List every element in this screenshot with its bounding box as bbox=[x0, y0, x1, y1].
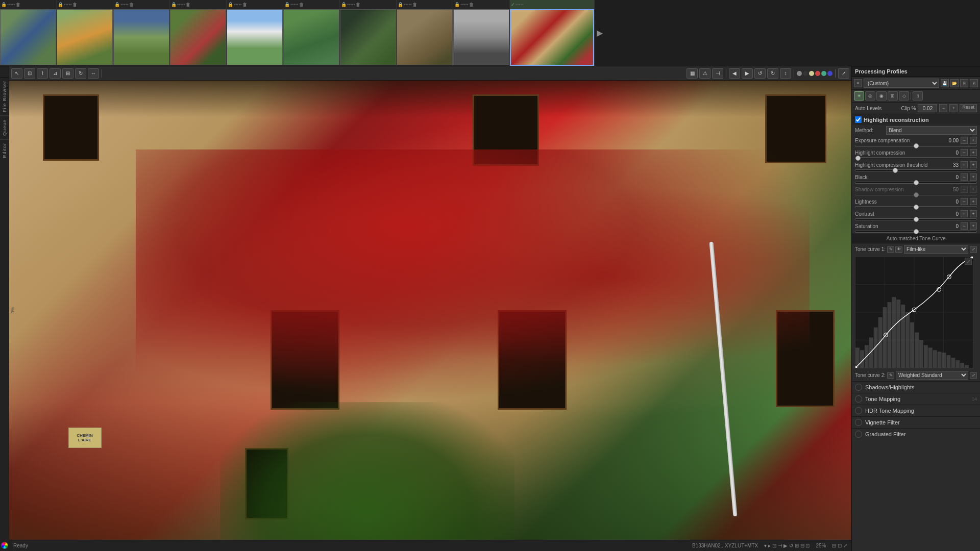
thumb-lock-icon[interactable]: 🔒 bbox=[1, 2, 7, 7]
raw-tool-icon[interactable]: ◇ bbox=[899, 91, 909, 101]
editor-label[interactable]: Editor bbox=[1, 140, 8, 161]
thumb-lock-icon-6[interactable]: 🔒 bbox=[284, 2, 290, 7]
queue-label[interactable]: Queue bbox=[1, 116, 8, 139]
color-tool-icon[interactable]: ◉ bbox=[876, 91, 887, 101]
thumbnail-6[interactable] bbox=[283, 9, 339, 65]
export-btn[interactable]: ↗ bbox=[838, 68, 849, 79]
rotate-ccw-btn[interactable]: ↺ bbox=[754, 68, 766, 79]
transform2-tool-icon[interactable]: ⊞ bbox=[888, 91, 898, 101]
saturation-thumb[interactable] bbox=[914, 229, 919, 234]
thumb-delete-icon-2[interactable]: 🗑 bbox=[72, 2, 77, 7]
highlight-comp-track[interactable] bbox=[855, 157, 977, 159]
thumb-lock-icon-4[interactable]: 🔒 bbox=[171, 2, 177, 7]
profile-select[interactable]: (Custom) bbox=[864, 79, 939, 88]
thumbnail-2[interactable] bbox=[57, 9, 113, 65]
exposure-decrement-btn[interactable]: − bbox=[961, 137, 968, 144]
shadow-comp-increment-btn[interactable]: + bbox=[970, 186, 977, 193]
thumb-delete-icon-9[interactable]: 🗑 bbox=[469, 2, 474, 7]
black-track[interactable] bbox=[855, 182, 977, 184]
thumb-delete-icon-4[interactable]: 🗑 bbox=[186, 2, 190, 7]
curve2-pencil-icon[interactable]: ✎ bbox=[887, 372, 894, 379]
color-icon[interactable] bbox=[0, 540, 10, 551]
strip-scroll-right[interactable]: ▶ bbox=[595, 0, 605, 66]
thumb-lock-icon-3[interactable]: 🔒 bbox=[114, 2, 120, 7]
contrast-track[interactable] bbox=[855, 218, 977, 220]
curve1-expand-icon[interactable]: ⤢ bbox=[970, 246, 977, 253]
contrast-decrement-btn[interactable]: − bbox=[961, 210, 968, 217]
thumb-delete-icon-8[interactable]: 🗑 bbox=[412, 2, 417, 7]
flip-tool-btn[interactable]: ↔ bbox=[88, 68, 99, 79]
nav-next-btn[interactable]: ▶ bbox=[742, 68, 753, 79]
clip-increment-btn[interactable]: + bbox=[949, 104, 958, 112]
thumb-lock-icon-8[interactable]: 🔒 bbox=[398, 2, 403, 7]
tone-mapping-item[interactable]: Tone Mapping 14 bbox=[852, 393, 980, 405]
thumb-delete-icon-3[interactable]: 🗑 bbox=[129, 2, 134, 7]
thumbnail-4[interactable] bbox=[170, 9, 226, 65]
thumb-delete-icon-6[interactable]: 🗑 bbox=[299, 2, 304, 7]
saturation-decrement-btn[interactable]: − bbox=[961, 222, 968, 230]
saturation-track[interactable] bbox=[855, 231, 977, 233]
vignette-filter-item[interactable]: Vignette Filter bbox=[852, 416, 980, 428]
lightness-thumb[interactable] bbox=[914, 205, 919, 210]
thumb-delete-icon-7[interactable]: 🗑 bbox=[356, 2, 360, 7]
before-after-btn[interactable]: ⊣ bbox=[712, 68, 723, 79]
curve2-select[interactable]: Weighted Standard bbox=[896, 371, 968, 380]
thumbnail-7[interactable] bbox=[340, 9, 396, 65]
thumb-check-icon[interactable]: ✓ bbox=[511, 2, 515, 7]
thumbnail-3[interactable] bbox=[113, 9, 169, 65]
reset-btn[interactable]: Reset bbox=[960, 104, 977, 112]
crop-tool-btn[interactable]: ⊡ bbox=[24, 68, 35, 79]
contrast-thumb[interactable] bbox=[914, 217, 919, 222]
exposure-tool-icon[interactable]: ☀ bbox=[854, 91, 864, 101]
black-increment-btn[interactable]: + bbox=[970, 173, 977, 181]
lightness-increment-btn[interactable]: + bbox=[970, 198, 977, 205]
highlight-reconstruction-checkbox[interactable] bbox=[855, 116, 862, 123]
highlight-thresh-decrement-btn[interactable]: − bbox=[961, 161, 968, 168]
file-browser-label[interactable]: File Browser bbox=[1, 78, 8, 115]
highlight-comp-increment-btn[interactable]: + bbox=[970, 149, 977, 156]
metadata-tool-icon[interactable]: ℹ bbox=[913, 91, 923, 101]
profile-list-icon[interactable]: ≡ bbox=[854, 79, 862, 87]
shadows-highlights-item[interactable]: Shadows/Highlights bbox=[852, 381, 980, 393]
lightness-track[interactable] bbox=[855, 206, 977, 208]
highlight-comp-decrement-btn[interactable]: − bbox=[961, 149, 968, 156]
shadow-comp-track[interactable] bbox=[855, 194, 977, 196]
graduated-filter-item[interactable]: Graduated Filter bbox=[852, 428, 980, 440]
shadow-comp-thumb[interactable] bbox=[914, 192, 919, 197]
profile-save-btn[interactable]: 💾 bbox=[941, 79, 949, 87]
profile-copy-btn[interactable]: ⎘ bbox=[960, 79, 968, 87]
clip-decrement-btn[interactable]: − bbox=[939, 104, 947, 112]
nav-prev-btn[interactable]: ◀ bbox=[729, 68, 740, 79]
indicators-btn[interactable]: ⚠ bbox=[699, 68, 710, 79]
highlight-thresh-track[interactable] bbox=[855, 169, 977, 171]
highlight-thresh-increment-btn[interactable]: + bbox=[970, 161, 977, 168]
flip-h-btn[interactable]: ↕ bbox=[780, 68, 791, 79]
thumbnail-1[interactable] bbox=[0, 9, 56, 65]
highlight-comp-thumb[interactable] bbox=[855, 156, 861, 161]
thumb-lock-icon-7[interactable]: 🔒 bbox=[341, 2, 347, 7]
rotate-cw-btn[interactable]: ↻ bbox=[767, 68, 778, 79]
exposure-slider-thumb[interactable] bbox=[914, 143, 919, 148]
saturation-increment-btn[interactable]: + bbox=[970, 222, 977, 230]
curve1-select[interactable]: Film-like bbox=[904, 245, 968, 254]
profile-paste-btn[interactable]: ⎗ bbox=[970, 79, 978, 87]
method-select[interactable]: Blend bbox=[886, 126, 977, 135]
select-tool-btn[interactable]: ⊞ bbox=[62, 68, 74, 79]
thumb-delete-icon[interactable]: 🗑 bbox=[16, 2, 20, 7]
contrast-increment-btn[interactable]: + bbox=[970, 210, 977, 217]
black-decrement-btn[interactable]: − bbox=[961, 173, 968, 181]
curve-expand-btn[interactable]: ⤢ bbox=[965, 258, 972, 265]
thumb-lock-icon-9[interactable]: 🔒 bbox=[454, 2, 460, 7]
thumbnail-10[interactable] bbox=[510, 9, 594, 66]
detail-tool-icon[interactable]: ◎ bbox=[865, 91, 875, 101]
arrow-tool-btn[interactable]: ↖ bbox=[11, 68, 22, 79]
thumb-lock-icon-5[interactable]: 🔒 bbox=[228, 2, 233, 7]
curve1-eye-icon[interactable]: 👁 bbox=[895, 246, 902, 253]
exposure-slider-track[interactable] bbox=[855, 145, 977, 147]
thumb-delete-icon-5[interactable]: 🗑 bbox=[242, 2, 247, 7]
exposure-increment-btn[interactable]: + bbox=[970, 137, 977, 144]
lightness-decrement-btn[interactable]: − bbox=[961, 198, 968, 205]
rotate-tool-btn[interactable]: ↻ bbox=[75, 68, 86, 79]
thumb-lock-icon-2[interactable]: 🔒 bbox=[58, 2, 63, 7]
perspective-tool-btn[interactable]: ⊿ bbox=[50, 68, 61, 79]
